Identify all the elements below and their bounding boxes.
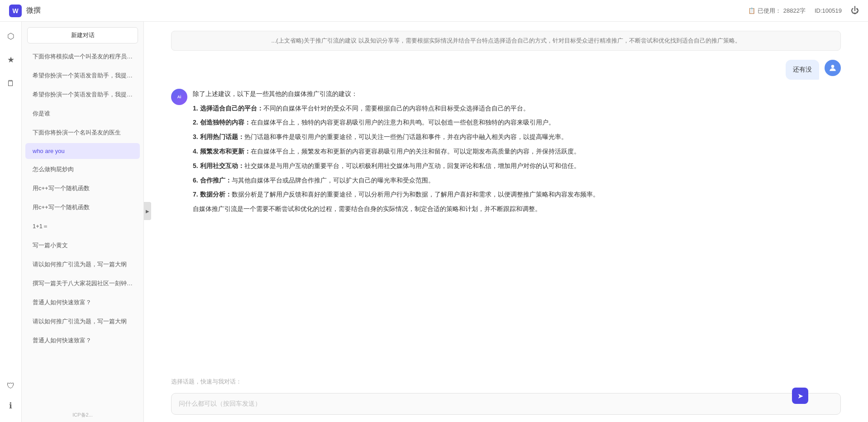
ai-point-7: 7. 数据分析：数据分析是了解用户反馈和喜好的重要途径，可以分析用户行为和数据，… [193,189,599,200]
ai-point-3: 3. 利用热门话题：热门话题和事件是吸引用户的重要途径，可以关注一些热门话题和事… [193,132,599,143]
list-item[interactable]: 1+1＝ [25,218,140,235]
chat-input-box: 问什么都可以（按回车发送） [171,393,841,415]
doc-icon[interactable]: 🗒 [4,76,18,91]
svg-text:Ai: Ai [177,95,181,99]
ai-point-2: 2. 创造独特的内容：在自媒体平台上，独特的内容更容易吸引用户的注意力和共鸣。可… [193,117,599,128]
user-id: ID:100519 [815,7,842,14]
app-logo: W [9,5,22,17]
list-item[interactable]: 用c++写一个随机函数 [25,199,140,216]
ai-intro: 除了上述建议，以下是一些其他的自媒体推广引流的建议： [193,89,599,100]
app-title: 微撰 [26,6,41,15]
list-item[interactable]: 下面你将扮演一个名叫圣友的医生 [25,124,140,141]
list-item[interactable]: 写一篇小黄文 [25,237,140,254]
sidebar-bottom-icons: 🛡 ℹ [4,379,18,413]
list-item[interactable]: 你是谁 [25,105,140,122]
power-button[interactable]: ⏻ [851,6,859,15]
list-item[interactable]: 普通人如何快速致富？ [25,294,140,311]
user-message-content: 还有没 [786,60,819,80]
list-item[interactable]: 用c++写一个随机函数 [25,180,140,197]
star-icon[interactable]: ★ [4,53,18,67]
chat-area: ...(上文省略)关于推广引流的建议 以及知识分享等，需要根据实际情况并结合平台… [144,22,868,422]
list-item[interactable]: 撰写一篇关于八大家花园社区一刻钟便民生... [25,275,140,292]
new-conversation-button[interactable]: 新建对话 [27,27,138,43]
header-right: 📋 已使用： 28822字 ID:100519 ⏻ [748,6,859,15]
icp-footer: ICP备2... [22,408,143,422]
file-icon: 📋 [748,7,755,14]
list-item[interactable]: 希望你扮演一个英语发音助手，我提供给你... [25,86,140,103]
chat-messages: ...(上文省略)关于推广引流的建议 以及知识分享等，需要根据实际情况并结合平台… [144,22,868,373]
user-avatar [825,60,841,76]
main-layout: ⬡ ★ 🗒 🛡 ℹ 新建对话 下面你将模拟成一个叫圣友的程序员，我说... 希望… [0,22,868,422]
conversation-list: 新建对话 下面你将模拟成一个叫圣友的程序员，我说... 希望你扮演一个英语发音助… [22,22,144,422]
list-item[interactable]: 请以如何推广引流为题，写一篇大纲 [25,313,140,330]
shield-icon[interactable]: 🛡 [4,379,18,393]
list-item[interactable]: 怎么做狗屁炒肉 [25,161,140,178]
header: W 微撰 📋 已使用： 28822字 ID:100519 ⏻ [0,0,868,22]
ai-message-content: 除了上述建议，以下是一些其他的自媒体推广引流的建议： 1. 选择适合自己的平台：… [193,89,599,215]
ai-avatar: Ai [171,89,187,105]
quick-topics: 选择话题，快速与我对话： [144,373,868,389]
previous-message-snippet: ...(上文省略)关于推广引流的建议 以及知识分享等，需要根据实际情况并结合平台… [171,31,841,51]
toggle-panel-button[interactable]: ▶ [144,202,151,220]
usage-value: 28822字 [783,7,806,15]
header-left: W 微撰 [9,5,41,17]
list-item[interactable]: 请以如何推广引流为题，写一篇大纲 [25,256,140,273]
chat-input-area: 问什么都可以（按回车发送） ➤ [144,389,868,422]
user-message-text: 还有没 [793,66,812,73]
ai-point-1: 1. 选择适合自己的平台：不同的自媒体平台针对的受众不同，需要根据自己的内容特点… [193,103,599,114]
ai-point-4: 4. 频繁发布和更新：在自媒体平台上，频繁发布和更新的内容更容易吸引用户的关注和… [193,146,599,157]
info-icon[interactable]: ℹ [4,398,18,413]
ai-message-row: Ai 除了上述建议，以下是一些其他的自媒体推广引流的建议： 1. 选择适合自己的… [171,89,841,215]
list-item[interactable]: 普通人如何快速致富？ [25,332,140,349]
svg-point-0 [831,65,835,68]
ai-conclusion: 自媒体推广引流是一个需要不断尝试和优化的过程，需要结合自身的实际情况，制定合适的… [193,204,599,215]
list-item-active[interactable]: who are you [25,143,140,159]
ai-point-5: 5. 利用社交互动：社交媒体是与用户互动的重要平台，可以积极利用社交媒体与用户互… [193,161,599,172]
list-item[interactable]: 下面你将模拟成一个叫圣友的程序员，我说... [25,48,140,65]
usage-info: 📋 已使用： 28822字 [748,7,806,15]
send-button[interactable]: ➤ [792,388,808,404]
input-placeholder: 问什么都可以（按回车发送） [179,400,261,408]
sidebar-icons: ⬡ ★ 🗒 🛡 ℹ [0,22,22,422]
ai-point-6: 6. 合作推广：与其他自媒体平台或品牌合作推广，可以扩大自己的曝光率和受众范围。 [193,175,599,186]
quick-topics-label: 选择话题，快速与我对话： [171,378,242,385]
user-message-row: 还有没 [171,60,841,80]
home-icon[interactable]: ⬡ [4,29,18,43]
list-item[interactable]: 希望你扮演一个英语发音助手，我提供给你... [25,67,140,84]
